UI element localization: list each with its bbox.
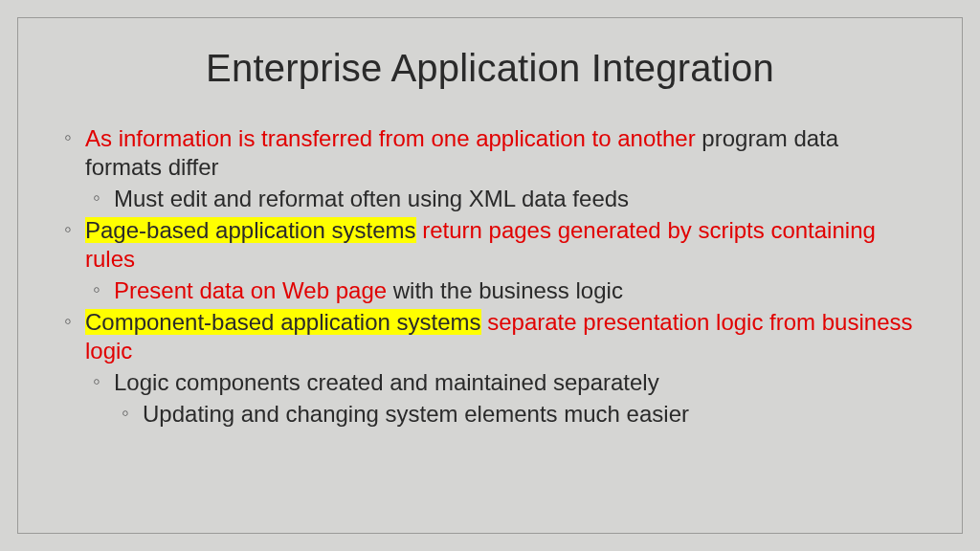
bullet-2a: Present data on Web page with the busine…	[93, 276, 916, 305]
bullet-3a1: Updating and changing system elements mu…	[122, 400, 916, 429]
text-highlight: Page-based application systems	[85, 217, 416, 243]
slide-title: Enterprise Application Integration	[64, 47, 916, 90]
bullet-3a: Logic components created and maintained …	[93, 368, 916, 397]
text-red: Present data on Web page	[114, 277, 387, 303]
bullet-3: Component-based application systems sepa…	[64, 308, 916, 365]
text-red: As information is transferred from one a…	[85, 125, 696, 151]
text-highlight: Component-based application systems	[85, 309, 481, 335]
bullet-1: As information is transferred from one a…	[64, 124, 916, 182]
bullet-1a: Must edit and reformat often using XML d…	[93, 185, 916, 213]
text-plain: Logic components created and maintained …	[114, 369, 659, 395]
text-plain: Must edit and reformat often using XML d…	[114, 186, 629, 211]
bullet-2: Page-based application systems return pa…	[64, 216, 916, 274]
text-plain: Updating and changing system elements mu…	[143, 401, 689, 427]
text-plain: with the business logic	[387, 277, 623, 303]
slide-frame: Enterprise Application Integration As in…	[17, 17, 963, 534]
